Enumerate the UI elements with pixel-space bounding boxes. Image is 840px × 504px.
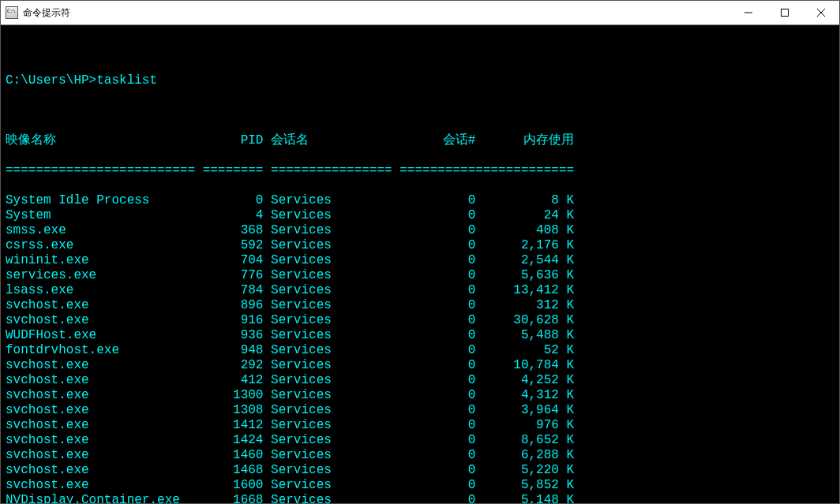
- cell-session-id: 0: [399, 298, 475, 313]
- header-pid: PID: [203, 133, 264, 148]
- cell-session-id: 0: [399, 433, 475, 448]
- cell-mem: 5,852 K: [475, 478, 574, 493]
- terminal-output[interactable]: C:\Users\HP>tasklist 映像名称 PID 会话名 会话# 内存…: [1, 25, 839, 503]
- cell-mem: 24 K: [475, 208, 574, 223]
- cell-image: svchost.exe: [6, 358, 203, 373]
- tasklist-row: csrss.exe592 Services02,176 K: [6, 238, 834, 253]
- cell-mem: 5,488 K: [475, 328, 574, 343]
- cell-pid: 0: [203, 193, 264, 208]
- cell-pid: 4: [203, 208, 264, 223]
- cell-image: svchost.exe: [6, 433, 203, 448]
- cell-pid: 916: [203, 313, 264, 328]
- minimize-button[interactable]: [730, 1, 767, 24]
- cell-session-id: 0: [399, 373, 475, 388]
- cell-session: Services: [271, 358, 399, 373]
- cell-pid: 936: [203, 328, 264, 343]
- cell-mem: 8 K: [475, 193, 574, 208]
- cell-session-id: 0: [399, 358, 475, 373]
- cell-pid: 896: [203, 298, 264, 313]
- tasklist-row: svchost.exe916 Services030,628 K: [6, 313, 834, 328]
- cell-mem: 4,252 K: [475, 373, 574, 388]
- cell-session-id: 0: [399, 283, 475, 298]
- title-left: 命令提示符: [1, 6, 70, 20]
- cell-session: Services: [271, 238, 399, 253]
- cell-session-id: 0: [399, 253, 475, 268]
- cell-pid: 948: [203, 343, 264, 358]
- cell-mem: 5,636 K: [475, 268, 574, 283]
- tasklist-header: 映像名称 PID 会话名 会话# 内存使用: [6, 133, 834, 148]
- cell-session-id: 0: [399, 268, 475, 283]
- cell-image: fontdrvhost.exe: [6, 343, 203, 358]
- cell-image: System: [6, 208, 203, 223]
- cell-session: Services: [271, 208, 399, 223]
- cell-session-id: 0: [399, 493, 475, 503]
- cell-pid: 1468: [203, 463, 264, 478]
- maximize-button[interactable]: [767, 1, 803, 24]
- cell-mem: 5,220 K: [475, 463, 574, 478]
- cell-mem: 30,628 K: [475, 313, 574, 328]
- window-title: 命令提示符: [23, 6, 70, 20]
- header-mem: 内存使用: [475, 133, 574, 148]
- cell-image: svchost.exe: [6, 313, 203, 328]
- cmd-icon: [6, 6, 18, 19]
- cell-mem: 8,652 K: [475, 433, 574, 448]
- cell-pid: 1308: [203, 403, 264, 418]
- tasklist-row: svchost.exe1460 Services06,288 K: [6, 448, 834, 463]
- cell-image: svchost.exe: [6, 463, 203, 478]
- title-bar[interactable]: 命令提示符: [1, 1, 839, 25]
- cell-mem: 2,176 K: [475, 238, 574, 253]
- cell-mem: 52 K: [475, 343, 574, 358]
- cell-pid: 1600: [203, 478, 264, 493]
- minimize-icon: [744, 9, 752, 17]
- cell-session: Services: [271, 403, 399, 418]
- cell-session: Services: [271, 433, 399, 448]
- tasklist-row: NVDisplay.Container.exe1668 Services05,1…: [6, 493, 834, 503]
- cell-session: Services: [271, 388, 399, 403]
- cell-mem: 408 K: [475, 223, 574, 238]
- cell-pid: 1300: [203, 388, 264, 403]
- tasklist-row: svchost.exe1600 Services05,852 K: [6, 478, 834, 493]
- cell-mem: 13,412 K: [475, 283, 574, 298]
- cell-image: svchost.exe: [6, 478, 203, 493]
- cell-image: wininit.exe: [6, 253, 203, 268]
- cell-mem: 312 K: [475, 298, 574, 313]
- tasklist-row: svchost.exe1468 Services05,220 K: [6, 463, 834, 478]
- tasklist-rows: System Idle Process0 Services08 KSystem4…: [6, 193, 834, 503]
- tasklist-row: svchost.exe896 Services0312 K: [6, 298, 834, 313]
- cell-pid: 412: [203, 373, 264, 388]
- cell-session-id: 0: [399, 403, 475, 418]
- cell-image: services.exe: [6, 268, 203, 283]
- cell-session: Services: [271, 418, 399, 433]
- tasklist-row: fontdrvhost.exe948 Services052 K: [6, 343, 834, 358]
- cell-session-id: 0: [399, 313, 475, 328]
- cell-session: Services: [271, 478, 399, 493]
- close-button[interactable]: [803, 1, 839, 24]
- cell-session: Services: [271, 313, 399, 328]
- tasklist-row: svchost.exe1424 Services08,652 K: [6, 433, 834, 448]
- header-image: 映像名称: [6, 133, 203, 148]
- cell-pid: 1460: [203, 448, 264, 463]
- tasklist-row: svchost.exe1300 Services04,312 K: [6, 388, 834, 403]
- cell-session: Services: [271, 463, 399, 478]
- tasklist-row: System Idle Process0 Services08 K: [6, 193, 834, 208]
- cell-session-id: 0: [399, 343, 475, 358]
- cell-image: csrss.exe: [6, 238, 203, 253]
- cell-mem: 2,544 K: [475, 253, 574, 268]
- cell-pid: 1424: [203, 433, 264, 448]
- tasklist-row: lsass.exe784 Services013,412 K: [6, 283, 834, 298]
- cell-image: lsass.exe: [6, 283, 203, 298]
- cell-mem: 6,288 K: [475, 448, 574, 463]
- cell-image: svchost.exe: [6, 388, 203, 403]
- cell-session: Services: [271, 283, 399, 298]
- tasklist-row: svchost.exe1308 Services03,964 K: [6, 403, 834, 418]
- header-session: 会话名: [271, 133, 399, 148]
- cell-pid: 1668: [203, 493, 264, 503]
- cell-session-id: 0: [399, 463, 475, 478]
- cell-mem: 5,148 K: [475, 493, 574, 503]
- cell-session: Services: [271, 373, 399, 388]
- cell-session: Services: [271, 298, 399, 313]
- tasklist-row: wininit.exe704 Services02,544 K: [6, 253, 834, 268]
- tasklist-row: svchost.exe412 Services04,252 K: [6, 373, 834, 388]
- cell-mem: 976 K: [475, 418, 574, 433]
- tasklist-separator: ========================= ======== =====…: [6, 163, 834, 178]
